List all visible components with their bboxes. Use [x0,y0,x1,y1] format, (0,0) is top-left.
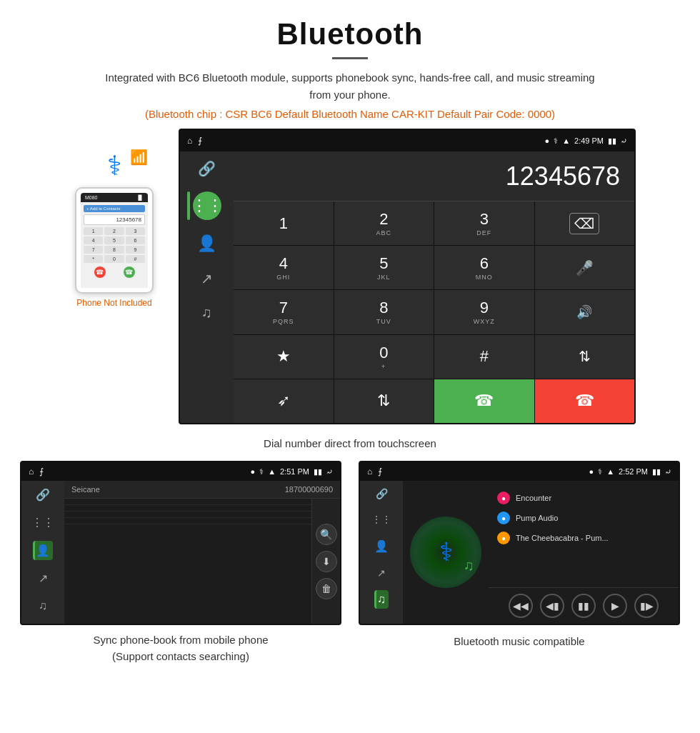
key-2[interactable]: 2ABC [334,201,434,245]
contact-number-header: 18700000690 [285,485,333,494]
music-controls: ◀◀ ◀▮ ▮▮ ▶ ▮▶ [489,587,679,624]
phone-key-5[interactable]: 5 [104,236,124,244]
key-nav-up[interactable]: ➶ [234,379,334,423]
pb-transfer-icon[interactable]: ↗ [36,569,51,588]
sidebar-phone-icon[interactable]: 🔗 [195,157,219,180]
pb-search-button[interactable]: 🔍 [316,524,337,545]
bluetooth-symbol: ⚕ [107,150,122,181]
pb-contacts-active-icon[interactable]: 👤 [33,541,53,560]
pb-phone-icon[interactable]: 🔗 [33,485,53,504]
music-contacts-icon[interactable]: 👤 [371,537,391,556]
pb-entry-4[interactable] [64,518,311,524]
pb-music-icon[interactable]: ♫ [36,597,50,615]
key-9[interactable]: 9WXYZ [434,290,534,334]
wifi-waves-icon: 📶 [130,149,148,166]
phonebook-layout: 🔗 ⋮⋮ 👤 ↗ ♫ Seicane 18700000690 [21,481,340,624]
music-main: ⚕ ♫ ● Encounter ● [403,481,679,624]
phone-key-6[interactable]: 6 [126,236,145,244]
pause-button[interactable]: ▮▮ [571,594,596,618]
dialer-number-display: 12345678 [234,151,634,201]
phone-end-button[interactable]: ☎ [94,266,106,278]
home-icon: ⌂ [187,136,192,146]
phone-key-0[interactable]: 0 [104,255,124,263]
phone-contacts-bar: + Add to Contacts [84,205,145,212]
pb-delete-button[interactable]: 🗑 [316,578,337,599]
sidebar-contacts-icon[interactable]: 👤 [194,231,219,256]
key-mute[interactable]: 🎤 [535,246,635,289]
sidebar-keypad-icon[interactable]: ⋮⋮ [193,191,221,220]
key-0[interactable]: 0+ [334,335,434,379]
phone-key-star[interactable]: * [84,255,103,263]
key-8[interactable]: 8TUV [334,290,434,334]
pb-entry-2[interactable] [64,505,311,512]
dialer-sidebar: 🔗 ⋮⋮ 👤 ↗ ♫ [180,151,234,423]
play-previous-button[interactable]: ◀◀ [509,594,533,618]
phone-key-9[interactable]: 9 [126,246,145,254]
music-status-right: ● ⚕ ▲ 2:52 PM ▮▮ ⤾ [589,467,671,477]
usb-icon: ⨍ [198,136,202,146]
phonebook-caption: Sync phone-book from mobile phone (Suppo… [93,632,268,664]
sidebar-keypad-container: ⋮⋮ [193,191,221,220]
key-call-red[interactable]: ☎ [535,379,635,423]
music-transfer-icon[interactable]: ↗ [374,564,389,582]
music-active-icon[interactable]: ♫ [374,590,389,609]
active-indicator [187,191,190,220]
music-keypad-icon[interactable]: ⋮⋮ [369,511,394,528]
back-icon: ⤾ [621,136,627,146]
pb-usb-icon: ⨍ [39,467,44,477]
phone-key-hash[interactable]: # [126,255,145,263]
pb-status-left: ⌂ ⨍ [29,467,44,477]
key-volume[interactable]: 🔊 [535,290,635,334]
status-right-area: ● ⚕ ▲ 2:49 PM ▮▮ ⤾ [544,136,627,146]
music-usb-icon: ⨍ [378,467,382,477]
key-7[interactable]: 7PQRS [234,290,334,334]
key-5[interactable]: 5JKL [334,246,434,289]
skip-back-button[interactable]: ◀▮ [540,594,564,618]
skip-forward-button[interactable]: ▮▶ [634,594,659,618]
phone-carrier: M080 [85,195,98,200]
key-4[interactable]: 4GHI [234,246,334,289]
key-hash[interactable]: # [434,335,534,379]
key-1[interactable]: 1 [234,201,334,245]
play-button[interactable]: ▶ [603,594,627,618]
track-name-1: Encounter [516,494,551,502]
phone-key-2[interactable]: 2 [104,227,124,235]
track-dot-3: ● [497,532,510,544]
keypad-grid: 1 2ABC 3DEF ⌫ 4GHI 5JKL 6MNO 🎤 7PQRS 8TU… [234,201,634,423]
sidebar-music-icon[interactable]: ♫ [199,301,215,324]
key-6[interactable]: 6MNO [434,246,534,289]
key-swap[interactable]: ⇅ [535,335,635,379]
music-sidebar: 🔗 ⋮⋮ 👤 ↗ ♫ [360,481,403,624]
phone-key-4[interactable]: 4 [84,236,103,244]
pb-keypad-icon[interactable]: ⋮⋮ [29,513,57,532]
key-backspace[interactable]: ⌫ [535,201,635,245]
music-caption: Bluetooth music compatible [454,635,584,647]
phonebook-caption-line1: Sync phone-book from mobile phone [93,634,268,646]
key-3[interactable]: 3DEF [434,201,534,245]
key-nav-dn[interactable]: ⇅ [334,379,434,423]
phone-key-3[interactable]: 3 [126,227,145,235]
pb-location-icon: ● [250,467,255,476]
key-star[interactable]: ★ [234,335,334,379]
pb-entry-3[interactable] [64,512,311,518]
sidebar-transfer-icon[interactable]: ↗ [198,267,216,290]
phonebook-entries [64,499,311,624]
pb-actions: 🔍 ⬇ 🗑 [311,499,340,624]
music-screen: ⌂ ⨍ ● ⚕ ▲ 2:52 PM ▮▮ ⤾ 🔗 ⋮⋮ [359,461,680,625]
phone-number-display: 12345678 [84,214,145,225]
pb-entry-1[interactable] [64,499,311,505]
music-screen-item: ⌂ ⨍ ● ⚕ ▲ 2:52 PM ▮▮ ⤾ 🔗 ⋮⋮ [359,461,680,667]
phone-key-1[interactable]: 1 [84,227,103,235]
page-description: Integrated with BC6 Bluetooth module, su… [100,69,600,104]
phone-keypad: 1 2 3 4 5 6 7 8 9 * 0 # [84,227,145,263]
pb-download-button[interactable]: ⬇ [316,551,337,572]
key-call-green[interactable]: ☎ [434,379,534,423]
pb-home-icon: ⌂ [29,467,34,477]
phone-key-7[interactable]: 7 [84,246,103,254]
phone-call-button[interactable]: ☎ [124,266,135,278]
phone-key-8[interactable]: 8 [104,246,124,254]
track-dot-2: ● [497,512,510,524]
phone-mockup: M080 ▐▌ + Add to Contacts 12345678 1 2 3… [75,187,154,294]
music-phone-icon[interactable]: 🔗 [373,485,391,502]
status-time: 2:49 PM [574,136,604,145]
